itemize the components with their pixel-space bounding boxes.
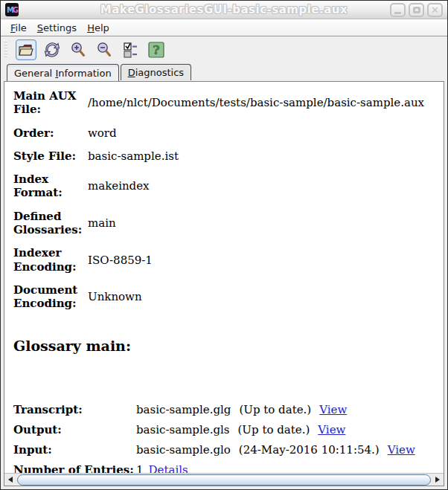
select-entries-icon [121, 41, 139, 59]
close-icon: ✕ [431, 5, 439, 15]
scrollbar-thumb[interactable] [17, 474, 431, 486]
minimize-button[interactable] [390, 3, 406, 17]
glossary-row-transcript: Transcript: basic-sample.glg (Up to date… [13, 403, 444, 416]
open-file-icon [17, 41, 35, 59]
glossary-row-output: Output: basic-sample.gls (Up to date.) V… [13, 423, 444, 436]
menu-settings[interactable]: Settings [32, 21, 82, 35]
app-logo-m: M [7, 6, 13, 14]
field-value: basic-sample.ist [88, 149, 179, 163]
file-status: (24-May-2016 10:11:54.) [239, 443, 380, 457]
tab-diagnostics[interactable]: Diagnostics [121, 64, 191, 80]
toolbar-drag-handle[interactable] [4, 41, 7, 59]
field-value: /home/nlct/Documents/tests/basic-sample/… [88, 96, 424, 109]
zoom-in-icon [69, 41, 87, 59]
file-status: (Up to date.) [239, 403, 311, 416]
field-value: Unknown [88, 290, 142, 303]
close-button[interactable]: ✕ [427, 3, 443, 17]
glossary-row-input: Input: basic-sample.glo (24-May-2016 10:… [13, 443, 444, 457]
tab-bar: General Information Diagnostics [1, 62, 447, 80]
entry-count: 1 [136, 463, 144, 473]
field-order: Order: word [13, 126, 444, 140]
row-label: Transcript: [13, 403, 136, 416]
field-main-aux-file: Main AUX File: /home/nlct/Documents/test… [13, 89, 444, 117]
glossary-row-entries: Number of Entries: 1 Details [13, 463, 444, 473]
field-label: Indexer Encoding: [13, 246, 82, 274]
select-entries-button[interactable] [120, 39, 141, 60]
menu-help[interactable]: Help [82, 21, 115, 35]
field-label: Style File: [13, 149, 82, 163]
menubar: File Settings Help [1, 19, 447, 36]
help-button[interactable]: ? [146, 39, 167, 60]
field-defined-glossaries: Defined Glossaries: main [13, 210, 444, 237]
scroll-left-button[interactable] [4, 474, 16, 486]
view-transcript-link[interactable]: View [319, 403, 347, 416]
file-name: basic-sample.glg [136, 403, 231, 416]
field-label: Main AUX File: [13, 89, 82, 117]
view-input-link[interactable]: View [388, 443, 415, 457]
scrollpane: Main AUX File: /home/nlct/Documents/test… [4, 81, 444, 486]
row-label: Input: [13, 443, 136, 457]
maximize-icon [413, 7, 420, 13]
app-window: MG MakeGlossariesGUI-basic-sample.aux ✕ … [0, 0, 448, 490]
tab-content-frame: Main AUX File: /home/nlct/Documents/test… [1, 80, 447, 489]
field-value: ISO-8859-1 [88, 254, 153, 267]
toolbar: ? [1, 36, 447, 62]
titlebar: MG MakeGlossariesGUI-basic-sample.aux ✕ [1, 1, 447, 19]
maximize-button[interactable] [409, 3, 424, 17]
help-icon: ? [147, 41, 165, 59]
file-name: basic-sample.glo [136, 443, 231, 457]
view-output-link[interactable]: View [318, 423, 345, 436]
window-controls: ✕ [390, 3, 443, 17]
reload-button[interactable] [42, 39, 63, 60]
row-label: Output: [13, 423, 136, 436]
row-label: Number of Entries: [13, 463, 136, 473]
open-file-button[interactable] [16, 39, 36, 60]
file-name: basic-sample.gls [136, 423, 230, 436]
field-label: Index Format: [13, 173, 82, 200]
field-label: Order: [13, 126, 82, 140]
arrow-left-icon [8, 477, 13, 483]
field-indexer-encoding: Indexer Encoding: ISO-8859-1 [13, 246, 444, 274]
zoom-out-button[interactable] [94, 39, 115, 60]
field-index-format: Index Format: makeindex [13, 173, 444, 200]
glossary-file-table: Transcript: basic-sample.glg (Up to date… [13, 403, 444, 473]
file-status: (Up to date.) [238, 423, 310, 436]
horizontal-scrollbar [4, 473, 444, 486]
window-menu-icon[interactable]: MG [5, 3, 19, 16]
details-link[interactable]: Details [149, 463, 188, 473]
field-value: makeindex [88, 179, 150, 193]
svg-text:?: ? [153, 42, 159, 57]
zoom-out-icon [95, 41, 113, 59]
minimize-icon [394, 12, 401, 14]
window-title: MakeGlossariesGUI-basic-sample.aux [1, 3, 447, 16]
field-document-encoding: Document Encoding: Unknown [13, 283, 444, 311]
field-label: Document Encoding: [13, 283, 82, 311]
reload-icon [43, 41, 61, 59]
field-value: main [88, 216, 116, 230]
tab-general-information[interactable]: General Information [7, 64, 119, 81]
field-value: word [88, 126, 117, 140]
menu-file[interactable]: File [5, 21, 32, 35]
app-logo-g: G [13, 6, 17, 14]
general-information-panel: Main AUX File: /home/nlct/Documents/test… [4, 82, 444, 473]
field-label: Defined Glossaries: [13, 210, 82, 237]
zoom-in-button[interactable] [68, 39, 89, 60]
glossary-main-heading: Glossary main: [13, 338, 444, 354]
field-style-file: Style File: basic-sample.ist [13, 149, 444, 163]
arrow-right-icon [435, 477, 440, 483]
scroll-right-button[interactable] [432, 474, 444, 486]
